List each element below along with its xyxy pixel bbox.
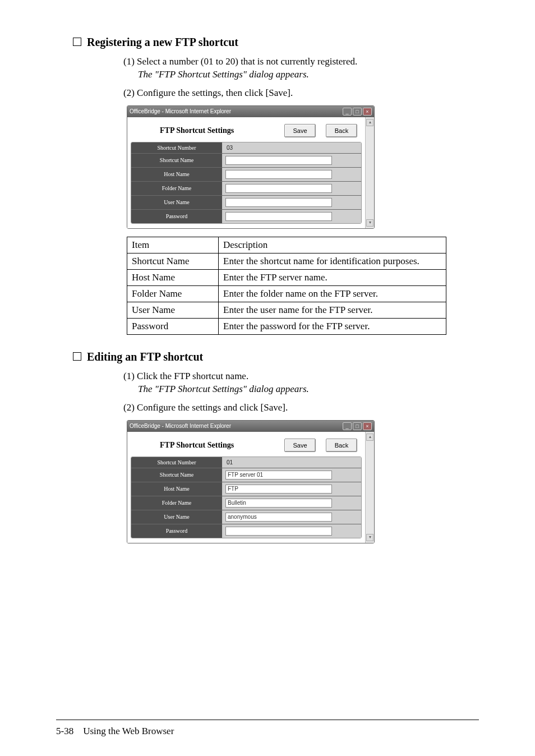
- page-footer: 5-38 Using the Web Browser: [56, 726, 174, 737]
- table-cell: Shortcut Name: [127, 253, 219, 269]
- chapter-title: Using the Web Browser: [83, 726, 174, 736]
- ie-window: OfficeBridge - Microsoft Internet Explor…: [127, 420, 375, 543]
- footer-rule: [56, 720, 479, 720]
- label-host-name: Host Name: [131, 482, 222, 496]
- window-title: OfficeBridge - Microsoft Internet Explor…: [130, 423, 231, 429]
- ftp-form-table: Shortcut Number 03 Shortcut Name Host Na…: [131, 142, 362, 224]
- dialog-title: FTP Shortcut Settings: [160, 126, 274, 135]
- input-folder-name[interactable]: Bulletin: [225, 499, 332, 508]
- section-heading-edit: Editing an FTP shortcut: [73, 351, 479, 363]
- step-note: The "FTP Shortcut Settings" dialog appea…: [138, 69, 309, 80]
- minimize-icon[interactable]: _: [343, 422, 352, 430]
- dialog-title: FTP Shortcut Settings: [160, 441, 274, 450]
- step-line: (1) Select a number (01 to 20) that is n…: [123, 56, 357, 67]
- label-user-name: User Name: [131, 195, 222, 209]
- back-button[interactable]: Back: [326, 124, 357, 137]
- back-button[interactable]: Back: [326, 439, 357, 452]
- scroll-down-icon[interactable]: ▾: [366, 534, 373, 541]
- label-password: Password: [131, 209, 222, 223]
- value-shortcut-number: 03: [225, 145, 233, 151]
- input-folder-name[interactable]: [225, 184, 332, 193]
- scroll-down-icon[interactable]: ▾: [366, 219, 373, 227]
- maximize-icon[interactable]: □: [353, 108, 362, 116]
- scrollbar[interactable]: ▴ ▾: [365, 117, 374, 228]
- table-cell: Enter the folder name on the FTP server.: [219, 285, 446, 302]
- input-user-name[interactable]: anonymous: [225, 513, 332, 522]
- save-button[interactable]: Save: [284, 124, 316, 137]
- input-host-name[interactable]: FTP: [225, 485, 332, 494]
- bullet-icon: [73, 38, 81, 46]
- ftp-form-table: Shortcut Number 01 Shortcut Name FTP ser…: [131, 457, 362, 538]
- window-controls: _ □ ×: [343, 108, 372, 116]
- save-button[interactable]: Save: [284, 439, 316, 452]
- step-text: (2) Configure the settings and click [Sa…: [123, 402, 479, 414]
- step-text: (2) Configure the settings, then click […: [123, 87, 479, 100]
- step-line: (2) Configure the settings and click [Sa…: [123, 402, 288, 413]
- input-shortcut-name[interactable]: FTP server 01: [225, 471, 332, 480]
- scroll-up-icon[interactable]: ▴: [366, 119, 373, 126]
- ie-window: OfficeBridge - Microsoft Internet Explor…: [127, 105, 375, 229]
- step-line: (2) Configure the settings, then click […: [123, 87, 293, 98]
- minimize-icon[interactable]: _: [343, 108, 352, 116]
- window-controls: _ □ ×: [343, 422, 372, 430]
- label-user-name: User Name: [131, 510, 222, 524]
- table-cell: Enter the FTP server name.: [219, 269, 446, 285]
- table-cell: User Name: [127, 302, 219, 318]
- label-shortcut-number: Shortcut Number: [131, 142, 222, 153]
- input-user-name[interactable]: [225, 198, 332, 207]
- label-shortcut-number: Shortcut Number: [131, 457, 222, 468]
- step-line: (1) Click the FTP shortcut name.: [123, 371, 248, 381]
- label-folder-name: Folder Name: [131, 496, 222, 510]
- dialog-header: FTP Shortcut Settings Save Back: [127, 117, 365, 142]
- step-text: (1) Select a number (01 to 20) that is n…: [123, 56, 479, 81]
- maximize-icon[interactable]: □: [353, 422, 362, 430]
- input-password[interactable]: [225, 212, 332, 221]
- input-password[interactable]: [225, 527, 332, 536]
- table-header-description: Description: [219, 237, 446, 253]
- label-shortcut-name: Shortcut Name: [131, 153, 222, 167]
- scrollbar[interactable]: ▴ ▾: [365, 432, 374, 543]
- scroll-up-icon[interactable]: ▴: [366, 434, 373, 441]
- table-cell: Enter the password for the FTP server.: [219, 318, 446, 334]
- bullet-icon: [73, 352, 81, 361]
- input-shortcut-name[interactable]: [225, 156, 332, 165]
- table-cell: Folder Name: [127, 285, 219, 302]
- table-header-item: Item: [127, 237, 219, 253]
- table-cell: Password: [127, 318, 219, 334]
- close-icon[interactable]: ×: [363, 108, 372, 116]
- page-number: 5-38: [56, 726, 73, 736]
- heading-text: Registering a new FTP shortcut: [87, 36, 238, 48]
- table-cell: Host Name: [127, 269, 219, 285]
- table-cell: Enter the shortcut name for identificati…: [219, 253, 446, 269]
- description-table: Item Description Shortcut Name Enter the…: [127, 237, 446, 335]
- label-shortcut-name: Shortcut Name: [131, 468, 222, 482]
- label-host-name: Host Name: [131, 167, 222, 181]
- document-page: Registering a new FTP shortcut (1) Selec…: [0, 0, 535, 756]
- step-note: The "FTP Shortcut Settings" dialog appea…: [138, 384, 309, 394]
- window-titlebar: OfficeBridge - Microsoft Internet Explor…: [127, 421, 374, 432]
- window-title: OfficeBridge - Microsoft Internet Explor…: [130, 108, 231, 114]
- dialog-header: FTP Shortcut Settings Save Back: [127, 432, 365, 457]
- close-icon[interactable]: ×: [363, 422, 372, 430]
- window-titlebar: OfficeBridge - Microsoft Internet Explor…: [127, 106, 374, 117]
- label-folder-name: Folder Name: [131, 181, 222, 195]
- table-cell: Enter the user name for the FTP server.: [219, 302, 446, 318]
- section-heading-register: Registering a new FTP shortcut: [73, 36, 479, 49]
- value-shortcut-number: 01: [225, 459, 233, 465]
- heading-text: Editing an FTP shortcut: [87, 351, 203, 363]
- input-host-name[interactable]: [225, 170, 332, 179]
- step-text: (1) Click the FTP shortcut name. The "FT…: [123, 370, 479, 396]
- label-password: Password: [131, 524, 222, 538]
